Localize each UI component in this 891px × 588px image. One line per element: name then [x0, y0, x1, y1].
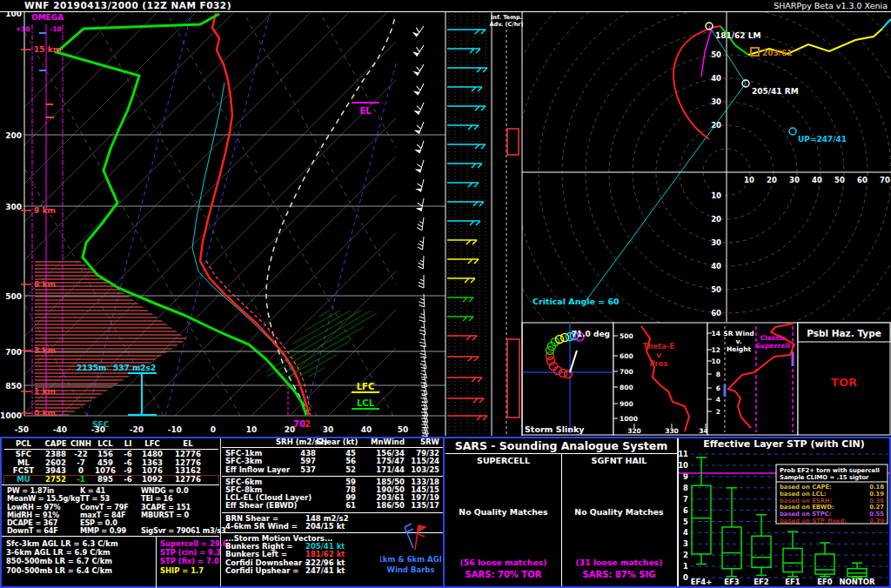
height-label: 9 km — [34, 206, 56, 215]
wind-barb-icon — [419, 275, 424, 288]
sr-wind-y-tick: 2 — [716, 408, 720, 416]
titlebar: WNF 20190413/2000 (12Z NAM F032) SHARPpy… — [0, 0, 891, 11]
theta-e-title-2: v — [656, 351, 661, 359]
height-label: 3 km — [34, 346, 56, 355]
upper-canvas: OMEGA +10 -10 EL LFC LCL — [0, 11, 891, 437]
sars-hail-pct: SARS: 87% SIG — [561, 570, 677, 579]
mean-wind-label: 203/61 — [762, 49, 793, 57]
hodo-axis-label: 40 — [711, 262, 721, 271]
wind-barb-column — [412, 23, 429, 437]
srh-cell: Eff Inflow Layer — [222, 466, 281, 474]
theta-e-y-tick: 600 — [620, 352, 633, 360]
stp-legend-value: 0.27 — [869, 504, 884, 511]
theta-e-x-tick: 330 — [665, 427, 679, 435]
stp-legend-title-2: Sample CLIMO = .15 sigtor — [780, 474, 869, 481]
sr-wind-y-tick: 6 — [716, 384, 720, 392]
barbs-note-2: Wind Barbs — [387, 565, 435, 574]
stp-box-NONTOR — [847, 563, 867, 578]
wind-barb-icon — [419, 322, 425, 336]
sars-hail-loose: (31 loose matches) — [561, 558, 677, 567]
hodograph-markers: 181/62 LM 205/41 RM 203/61 UP=247/41 Cri… — [533, 23, 847, 306]
hazard-type-panel[interactable]: Psbl Haz. Type TOR — [798, 323, 890, 435]
pcl-cell: -6 — [117, 476, 138, 484]
strip-reference-lines — [449, 12, 486, 435]
wind-barb-icon — [415, 177, 424, 191]
wind-speed-strip[interactable] — [447, 12, 487, 435]
pcl-row-mu: MU2752-1895-6109212776 — [4, 476, 218, 484]
theta-e-title-3: Pres — [649, 359, 667, 368]
srw-46-label: 4-6km SR Wind = — [222, 523, 305, 531]
sr-wind-panel[interactable]: 1412108642 SR Wind v. Height Classic Sup… — [707, 323, 798, 435]
wind-barbs-icon: 1km & 6km AGL Wind Barbs — [380, 522, 441, 579]
sfc-temp-label: 2 — [305, 419, 311, 429]
hodo-axis-label: 30 — [711, 238, 721, 247]
stp-y-label: 0 — [683, 573, 688, 582]
hodograph-axis-labels: 5040302010203040506010203040506070 — [711, 50, 890, 317]
stp-category-label: EF1 — [785, 578, 801, 586]
omega-label: OMEGA — [31, 13, 64, 22]
stats-col-2: K = 41TT = 53ConvT = 79FmaxT = 84FESP = … — [80, 487, 129, 536]
temperature-label: -30 — [91, 425, 105, 434]
srh-group-1: SFC-1km43845156/3479/32SFC-3km59756175/4… — [222, 450, 443, 474]
lcl-label: LCL — [357, 398, 375, 408]
bottom-data-region: PCLCAPECINHLCLLILFCELSFC2388-22156-61480… — [0, 437, 891, 588]
pcl-cell: -1 — [69, 476, 93, 484]
theta-e-panel[interactable]: 5006007008009001000320330340 Theta-E v P… — [613, 323, 713, 435]
wind-barb-icon — [415, 197, 424, 211]
storm-slinky-panel[interactable]: 71.0 deg Storm Slinky — [522, 323, 613, 435]
srh-cell: 135/17 — [405, 502, 439, 510]
temp-adv-panel[interactable]: Inf. Temp. Adv. (C/hr) — [489, 14, 523, 435]
stp-legend-value: 0.18 — [869, 484, 884, 491]
wind-barb-icon — [412, 100, 424, 115]
stp-distribution-block[interactable]: Effective Layer STP (with CIN) 012345678… — [678, 438, 889, 586]
wind-barb-icon — [419, 345, 426, 359]
composite-indices-block: Supercell = 29.6STP (cin) = 9.3STP (fix)… — [156, 537, 223, 588]
stat-line: MBURST = 0 — [141, 511, 226, 519]
lapse-rate-line: 850-500mb LR = 6.7 C/km — [6, 557, 159, 565]
stp-y-label: 1 — [683, 562, 688, 571]
pressure-label: 700 — [5, 348, 22, 357]
wind-barb-icon — [412, 23, 424, 37]
theta-e-y-tick: 800 — [620, 384, 633, 391]
srh-header-cell: SRH (m2/s2) — [276, 438, 316, 446]
temperature-label: -20 — [130, 425, 144, 434]
height-label: 6 km — [34, 280, 56, 289]
hodo-axis-label: 30 — [711, 97, 721, 106]
srh-cell: 186/50 — [356, 502, 405, 510]
sars-supercell-loose: (56 loose matches) — [446, 558, 561, 567]
mixing-ratio-line — [165, 13, 270, 416]
temperature-label: 50 — [398, 425, 409, 434]
srh-group-2: SFC-6km59185/50133/18SFC-8km78190/50145/… — [222, 476, 443, 511]
pcl-header-cell: LFC — [138, 440, 166, 449]
temperature-label: 10 — [246, 425, 258, 434]
mixing-ratio-line — [396, 13, 500, 416]
hodo-axis-label: 20 — [767, 176, 777, 184]
sr-wind-y-tick: 12 — [712, 346, 720, 354]
pcl-header-cell: LCL — [93, 440, 117, 449]
sounding-title: WNF 20190413/2000 (12Z NAM F032) — [24, 0, 231, 10]
stp-legend-label: based on STPC: — [780, 511, 831, 518]
sars-supercell-column[interactable]: SUPERCELL No Quality Matches (56 loose m… — [446, 453, 562, 586]
srh-row: Eff Shear (EBWD)61186/50135/17 — [222, 502, 443, 510]
skewt-hatches — [35, 261, 379, 416]
stats-col-1: PW = 1.87inMeanW = 15.5g/kgLowRH = 97%Mi… — [7, 487, 80, 536]
stp-y-label: 3 — [683, 539, 688, 548]
temperature-label: 30 — [323, 425, 334, 434]
stp-box-EF0 — [815, 543, 834, 577]
composite-index-line: STP (cin) = 9.3 — [160, 548, 223, 557]
corfidi-up-marker — [789, 128, 796, 135]
storm-motion-value: 247/41 kt — [305, 567, 345, 575]
stat-line: SigSvr = 79061 m3/s3 — [141, 527, 226, 535]
wind-barb-icon — [412, 42, 424, 56]
wind-barb-icon — [419, 309, 425, 322]
thermo-indices-block: PW = 1.87inMeanW = 15.5g/kgLowRH = 97%Mi… — [2, 484, 219, 537]
range-ring — [539, 11, 891, 360]
sars-hail-column[interactable]: SGFNT HAIL No Quality Matches (31 loose … — [561, 453, 677, 586]
corfidi-up-label: UP=247/41 — [798, 135, 847, 144]
srh-cell: 171/44 — [356, 466, 405, 474]
temperature-label: -40 — [53, 425, 67, 434]
sars-block: SARS - Sounding Analogue System SUPERCEL… — [446, 438, 677, 586]
agl-wind-barbs: 1km & 6km AGL Wind Barbs — [380, 522, 441, 581]
stat-line: DownT = 64F — [7, 527, 80, 535]
srh-cell — [281, 478, 316, 486]
